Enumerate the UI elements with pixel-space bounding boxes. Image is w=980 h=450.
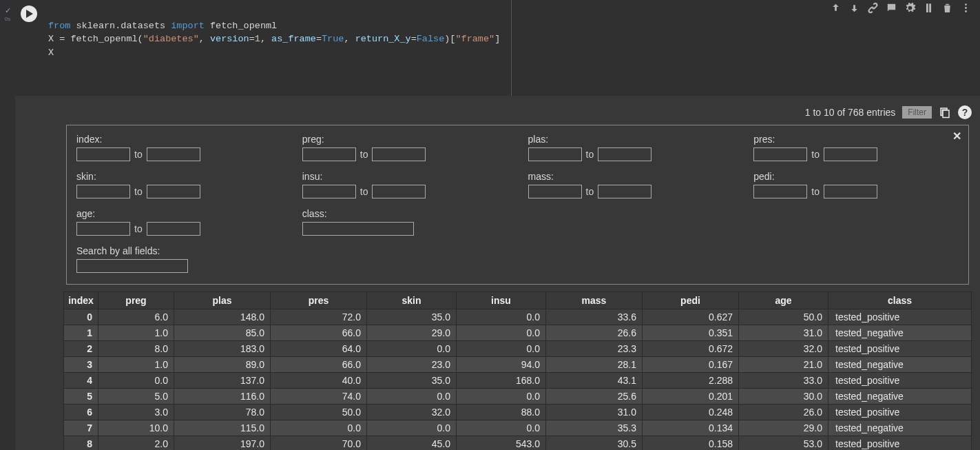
code-token: as_frame	[271, 34, 316, 44]
filter-preg-from[interactable]	[302, 147, 356, 161]
filter-mass-to[interactable]	[598, 185, 651, 198]
filter-age-to[interactable]	[147, 222, 200, 236]
filter-insu-from[interactable]	[302, 185, 356, 198]
cell-preg: 1.0	[98, 357, 174, 373]
cell-skin: 32.0	[367, 405, 457, 420]
filter-age-from[interactable]	[76, 222, 130, 236]
table-row[interactable]: 28.0183.064.00.00.023.30.67232.0tested_p…	[64, 341, 972, 357]
filter-label-pres: pres:	[753, 134, 959, 145]
cell-skin: 45.0	[367, 436, 457, 450]
table-row[interactable]: 82.0197.070.045.0543.030.50.15853.0teste…	[64, 436, 972, 450]
move-up-icon[interactable]	[830, 2, 842, 14]
code-token: =	[411, 34, 417, 44]
filter-to-word: to	[134, 186, 143, 197]
play-icon	[26, 10, 33, 18]
col-header-age[interactable]: age	[739, 292, 828, 309]
cell-plas: 183.0	[174, 341, 271, 357]
cell-index: 0	[64, 309, 98, 325]
filter-to-word: to	[134, 149, 143, 160]
filter-pres-from[interactable]	[753, 147, 807, 161]
mirror-icon[interactable]	[923, 2, 935, 14]
cell-age: 26.0	[739, 405, 828, 420]
col-header-pedi[interactable]: pedi	[643, 292, 739, 309]
code-token: X	[48, 48, 54, 58]
table-row[interactable]: 06.0148.072.035.00.033.60.62750.0tested_…	[64, 309, 972, 325]
filter-label-class: class:	[302, 208, 508, 219]
filter-mass-from[interactable]	[528, 185, 582, 198]
col-header-mass[interactable]: mass	[546, 292, 643, 309]
filter-pres-to[interactable]	[824, 147, 877, 161]
col-header-skin[interactable]: skin	[367, 292, 457, 309]
search-all-input[interactable]	[76, 259, 188, 273]
help-icon[interactable]: ?	[958, 105, 972, 119]
filter-label-insu: insu:	[302, 171, 508, 182]
filter-class-input[interactable]	[302, 222, 414, 236]
run-cell-button[interactable]	[21, 6, 37, 22]
delete-icon[interactable]	[941, 2, 953, 14]
filter-label-pedi: pedi:	[753, 171, 959, 182]
cell-plas: 78.0	[174, 405, 271, 420]
cell-index: 1	[64, 325, 98, 341]
filter-skin-from[interactable]	[76, 185, 130, 198]
more-icon[interactable]	[960, 2, 972, 14]
table-row[interactable]: 11.085.066.029.00.026.60.35131.0tested_n…	[64, 325, 972, 341]
filter-pedi-from[interactable]	[753, 185, 807, 198]
data-table: indexpregplaspresskininsumasspediageclas…	[63, 292, 972, 450]
col-header-plas[interactable]: plas	[174, 292, 271, 309]
cell-index: 3	[64, 357, 98, 373]
cell-pres: 66.0	[271, 357, 367, 373]
cell-age: 33.0	[739, 373, 828, 389]
comment-icon[interactable]	[886, 2, 897, 14]
filter-pedi-to[interactable]	[824, 185, 877, 198]
filter-to-word: to	[360, 186, 368, 197]
col-header-insu[interactable]: insu	[457, 292, 546, 309]
cell-age: 53.0	[739, 436, 828, 450]
cell-mass: 26.6	[546, 325, 643, 341]
copy-icon[interactable]	[939, 106, 951, 119]
filter-skin-to[interactable]	[147, 185, 200, 198]
col-header-pres[interactable]: pres	[271, 292, 367, 309]
table-row[interactable]: 710.0115.00.00.00.035.30.13429.0tested_n…	[64, 420, 972, 436]
cell-pedi: 2.288	[643, 373, 739, 389]
filter-plas-to[interactable]	[598, 147, 651, 161]
table-row[interactable]: 63.078.050.032.088.031.00.24826.0tested_…	[64, 405, 972, 420]
cell-index: 5	[64, 389, 98, 405]
settings-icon[interactable]	[904, 2, 916, 14]
filter-preg-to[interactable]	[372, 147, 426, 161]
cell-plas: 115.0	[174, 420, 271, 436]
filter-index-from[interactable]	[76, 147, 130, 161]
filter-label-age: age:	[76, 208, 282, 219]
close-filter-icon[interactable]: ✕	[952, 130, 961, 143]
search-all-label: Search by all fields:	[76, 245, 282, 256]
table-row[interactable]: 40.0137.040.035.0168.043.12.28833.0teste…	[64, 373, 972, 389]
cell-skin: 29.0	[367, 325, 457, 341]
filter-plas-from[interactable]	[528, 147, 582, 161]
table-row[interactable]: 55.0116.074.00.00.025.60.20130.0tested_n…	[64, 389, 972, 405]
filter-button[interactable]: Filter	[902, 106, 932, 119]
col-header-preg[interactable]: preg	[98, 292, 174, 309]
cell-insu: 0.0	[457, 309, 546, 325]
col-header-class[interactable]: class	[828, 292, 972, 309]
cell-pedi: 0.167	[643, 357, 739, 373]
table-row[interactable]: 31.089.066.023.094.028.10.16721.0tested_…	[64, 357, 972, 373]
code-token: True	[322, 34, 344, 44]
cell-pres: 0.0	[271, 420, 367, 436]
filter-label-plas: plas:	[528, 134, 733, 145]
col-header-index[interactable]: index	[64, 292, 98, 309]
move-down-icon[interactable]	[848, 2, 860, 14]
cell-skin: 0.0	[367, 389, 457, 405]
link-icon[interactable]	[867, 2, 879, 14]
filter-group-age: age:to	[76, 208, 282, 236]
cell-preg: 0.0	[98, 373, 174, 389]
filter-index-to[interactable]	[147, 147, 200, 161]
code-token: ]	[494, 34, 500, 44]
cell-insu: 94.0	[457, 357, 546, 373]
filter-group-search-all: Search by all fields:	[76, 245, 282, 273]
filter-label-skin: skin:	[76, 171, 282, 182]
cell-pres: 66.0	[271, 325, 367, 341]
filter-group-index: index:to	[76, 134, 282, 161]
filter-to-word: to	[586, 186, 594, 197]
code-token: False	[417, 34, 445, 44]
filter-insu-to[interactable]	[372, 185, 426, 198]
cell-age: 30.0	[739, 389, 828, 405]
